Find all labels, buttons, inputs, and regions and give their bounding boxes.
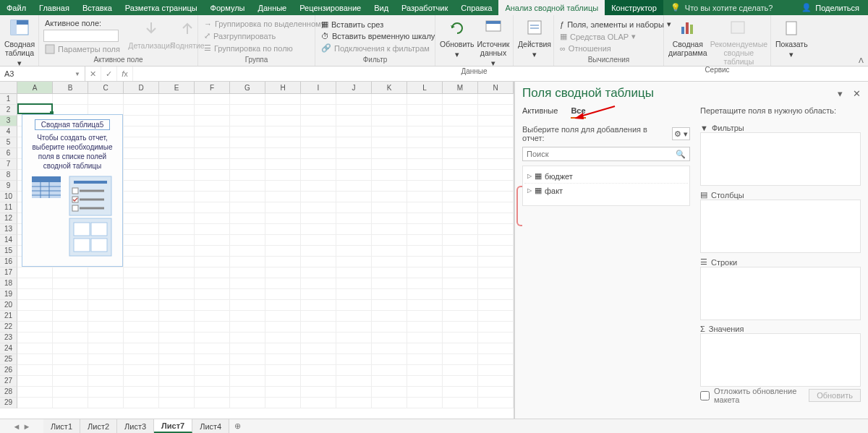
row-head[interactable]: 9 <box>0 181 17 192</box>
col-head-C[interactable]: C <box>88 82 124 93</box>
gear-icon[interactable]: ⚙ ▾ <box>672 127 690 140</box>
name-box[interactable]: A3 ▼ <box>0 67 85 81</box>
tell-me-search[interactable]: 💡 Что вы хотите сделать? <box>663 0 780 15</box>
menu-review[interactable]: Рецензирование <box>293 0 367 15</box>
col-head-I[interactable]: I <box>301 82 336 93</box>
table-icon: ▦ <box>535 171 542 181</box>
sheet-tab[interactable]: Лист1 <box>43 419 80 433</box>
area-filters[interactable] <box>700 132 861 186</box>
row-head[interactable]: 27 <box>0 376 17 387</box>
col-head-A[interactable]: A <box>17 82 53 93</box>
row-head[interactable]: 25 <box>0 354 17 365</box>
pane-menu-icon[interactable]: ▾ <box>838 88 843 99</box>
pivottable-button[interactable]: Сводная таблица▾ <box>4 17 35 67</box>
sheet-tab[interactable]: Лист3 <box>117 419 154 433</box>
col-head-E[interactable]: E <box>159 82 195 93</box>
row-head[interactable]: 17 <box>0 267 17 278</box>
row-head[interactable]: 6 <box>0 148 17 159</box>
col-head-J[interactable]: J <box>336 82 372 93</box>
row-head[interactable]: 10 <box>0 192 17 202</box>
row-head[interactable]: 21 <box>0 311 17 322</box>
area-values[interactable] <box>700 333 861 387</box>
row-head[interactable]: 15 <box>0 246 17 257</box>
field-item-budget[interactable]: ▷ ▦ бюджет <box>524 169 688 184</box>
cancel-icon: ✕ <box>85 67 101 81</box>
row-head[interactable]: 5 <box>0 137 17 148</box>
row-head[interactable]: 19 <box>0 289 17 300</box>
datasource-button[interactable]: Источник данных▾ <box>477 17 510 67</box>
row-head[interactable]: 14 <box>0 235 17 246</box>
field-item-fact[interactable]: ▷ ▦ факт <box>524 184 688 197</box>
row-head[interactable]: 28 <box>0 387 17 398</box>
col-head-H[interactable]: H <box>265 82 301 93</box>
col-head-B[interactable]: B <box>53 82 88 93</box>
menu-pivot-analyze[interactable]: Анализ сводной таблицы <box>498 0 605 15</box>
row-head[interactable]: 20 <box>0 300 17 311</box>
active-field-input[interactable] <box>43 30 119 42</box>
col-head-L[interactable]: L <box>407 82 443 93</box>
row-head[interactable]: 7 <box>0 159 17 170</box>
menu-formulas[interactable]: Формулы <box>204 0 252 15</box>
menu-file[interactable]: Файл <box>0 0 33 15</box>
row-head[interactable]: 22 <box>0 322 17 333</box>
field-list[interactable]: ▷ ▦ бюджет ▷ ▦ факт <box>522 166 690 206</box>
tab-all-fields[interactable]: Все <box>571 106 585 119</box>
close-icon[interactable]: ✕ <box>853 88 861 99</box>
add-sheet-button[interactable]: ⊕ <box>229 419 245 433</box>
row-head[interactable]: 24 <box>0 343 17 354</box>
insert-slicer[interactable]: ▦ Вставить срез <box>320 19 385 30</box>
pivot-ph-title: Сводная таблица5 <box>35 119 110 130</box>
col-head-D[interactable]: D <box>124 82 159 93</box>
row-head[interactable]: 2 <box>0 105 17 116</box>
field-search-input[interactable] <box>527 150 676 158</box>
col-head-G[interactable]: G <box>230 82 265 93</box>
chevron-down-icon[interactable]: ▼ <box>75 71 80 77</box>
menu-data[interactable]: Данные <box>251 0 293 15</box>
spreadsheet-grid[interactable]: ABCDEFGHIJKLMN 1234567891011121314151617… <box>0 82 514 419</box>
row-head[interactable]: 16 <box>0 257 17 267</box>
col-head-K[interactable]: K <box>372 82 407 93</box>
menu-developer[interactable]: Разработчик <box>395 0 454 15</box>
area-rows[interactable] <box>700 267 861 320</box>
row-head[interactable]: 29 <box>0 398 17 408</box>
menu-view[interactable]: Вид <box>367 0 395 15</box>
menu-home[interactable]: Главная <box>33 0 76 15</box>
ribbon-collapse-icon[interactable]: ᐱ <box>859 56 864 64</box>
select-all-corner[interactable] <box>0 82 17 93</box>
row-head[interactable]: 13 <box>0 224 17 235</box>
row-head[interactable]: 18 <box>0 278 17 289</box>
row-head[interactable]: 23 <box>0 333 17 343</box>
show-button[interactable]: Показать▾ <box>775 17 808 59</box>
col-head-F[interactable]: F <box>195 82 230 93</box>
row-head[interactable]: 8 <box>0 170 17 181</box>
tab-active-fields[interactable]: Активные <box>522 106 558 119</box>
menu-pagelayout[interactable]: Разметка страницы <box>119 0 204 15</box>
sheet-tab[interactable]: Лист2 <box>80 419 117 433</box>
row-head[interactable]: 1 <box>0 94 17 105</box>
menu-help[interactable]: Справка <box>454 0 498 15</box>
fx-icon[interactable]: fx <box>117 67 133 81</box>
sheet-tab[interactable]: Лист7 <box>154 419 192 433</box>
menu-design[interactable]: Конструктор <box>605 0 663 15</box>
row-head[interactable]: 3 <box>0 116 17 127</box>
row-head[interactable]: 12 <box>0 213 17 224</box>
refresh-button[interactable]: Обновить▾ <box>440 17 475 59</box>
update-button[interactable]: Обновить <box>809 389 861 402</box>
sheet-tab[interactable]: Лист4 <box>192 419 229 433</box>
area-columns[interactable] <box>700 200 861 253</box>
col-head-N[interactable]: N <box>478 82 514 93</box>
field-search[interactable]: 🔍 <box>522 147 690 161</box>
bulb-icon: 💡 <box>671 3 681 12</box>
insert-timeline[interactable]: ⏱ Вставить временную шкалу <box>320 31 436 41</box>
actions-button[interactable]: Действия▾ <box>518 17 551 59</box>
fields-items-sets[interactable]: ƒ Поля, элементы и наборы ▾ <box>558 19 673 30</box>
row-head[interactable]: 4 <box>0 127 17 137</box>
row-head[interactable]: 26 <box>0 365 17 376</box>
col-head-M[interactable]: M <box>443 82 478 93</box>
defer-checkbox[interactable] <box>700 391 710 400</box>
menu-insert[interactable]: Вставка <box>76 0 119 15</box>
sheet-nav[interactable]: ◄ ► <box>0 419 43 433</box>
row-head[interactable]: 11 <box>0 202 17 213</box>
share-button[interactable]: 👤 Поделиться <box>793 0 868 15</box>
pivotchart-button[interactable]: Сводная диаграмма <box>668 17 707 57</box>
